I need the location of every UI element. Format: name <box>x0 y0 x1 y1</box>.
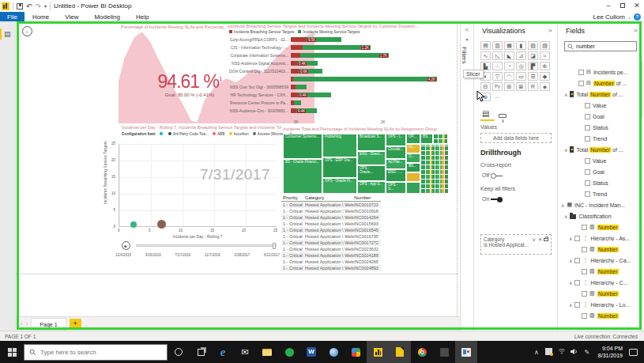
bar-row[interactable]: Corp Acctng/FP&A CORP1 - 02...9.5K <box>228 36 449 43</box>
table-row[interactable]: 1 - CriticalHosted Application \ Website… <box>281 208 381 214</box>
bar-row[interactable]: CIS - Information Technology - ...1.2K <box>228 43 449 51</box>
expand-filters-icon[interactable]: < <box>461 27 473 32</box>
green-circle-app-icon[interactable] <box>278 341 300 363</box>
table-header[interactable]: Priority Category Number <box>281 195 381 202</box>
treemap-tile[interactable]: Broadcast S... <box>357 134 386 151</box>
table-row[interactable]: 1 - CriticalHosted Application \ Website… <box>281 214 381 221</box>
checkbox[interactable] <box>585 114 590 119</box>
table-row[interactable]: 1 - CriticalHosted Application \ Website… <box>281 259 381 265</box>
keep-all-filters-toggle[interactable]: On <box>482 196 503 202</box>
treemap-tile[interactable]: Publishing <box>322 134 357 157</box>
prev-page-icon[interactable]: ‹ <box>21 320 23 327</box>
field-item[interactable]: Trend <box>558 133 640 144</box>
field-item[interactable]: ▥Number <box>558 221 640 233</box>
checkbox[interactable] <box>585 191 590 197</box>
fields-search-input[interactable] <box>576 43 631 49</box>
bar-row[interactable]: Resource Center Procure to Pa... <box>228 99 449 107</box>
checkbox[interactable] <box>574 236 580 241</box>
checkbox[interactable] <box>585 103 590 108</box>
viz-python-icon[interactable]: Py <box>492 82 503 91</box>
field-item[interactable]: Goal <box>558 166 640 177</box>
hierarchy-group[interactable]: ∧⋮Hierarchy - As... <box>558 233 640 244</box>
drillthrough-filter-card[interactable]: Category ∨ ✕ is Hosted Applicat... <box>480 234 552 255</box>
file-explorer-icon[interactable] <box>256 341 278 363</box>
bar-row[interactable]: Corporate Information Systems...1.7K <box>228 51 449 59</box>
checkbox[interactable] <box>585 136 590 142</box>
table-row[interactable]: 1 - CriticalHosted Application \ Website… <box>281 221 381 227</box>
report-view-icon[interactable]: ▤ <box>4 30 11 38</box>
treemap-tile[interactable]: OPS - ERP Ora... <box>322 157 357 178</box>
save-icon[interactable] <box>17 3 23 9</box>
viz-map-icon[interactable]: ⊕ <box>540 62 550 70</box>
hierarchy-group[interactable]: ∧⋮Hierarchy - Lo... <box>558 299 640 310</box>
fields-scrollbar[interactable] <box>640 62 642 331</box>
viz-card-icon[interactable]: ▭ <box>516 72 526 81</box>
hidden-icons-chevron[interactable]: ∧ <box>530 349 543 356</box>
viz-donut-icon[interactable]: ◎ <box>516 62 526 70</box>
collapse-pane-icon[interactable]: > <box>548 27 552 34</box>
tray-notification-icon[interactable] <box>543 348 555 357</box>
pen-input-icon[interactable]: ✎ <box>581 349 593 356</box>
task-view-icon[interactable] <box>190 341 212 363</box>
collapse-icon[interactable]: ∧ <box>569 236 572 241</box>
scatter-chart-visual[interactable]: Incidents per Day - Rolling 7, Incidents… <box>103 125 283 270</box>
treemap-tile[interactable]: OPS - App S... <box>357 181 386 194</box>
report-canvas[interactable]: ← Percentage of Incidents Meeting SLAs a… <box>16 22 460 331</box>
hierarchy-group[interactable]: ∧⋮Hierarchy - C... <box>558 277 640 288</box>
treemap-tile[interactable]: Ad Plat... <box>386 159 406 169</box>
menu-view[interactable]: View <box>57 12 86 21</box>
new-page-button[interactable]: + <box>70 319 81 329</box>
hierarchy-group[interactable]: ∧⋮Hierarchy - Ca... <box>558 255 640 266</box>
format-paint-roller-icon[interactable] <box>499 114 507 118</box>
start-button[interactable] <box>0 341 24 363</box>
viz-scatter-icon[interactable]: ∴ <box>492 62 503 70</box>
legend-item[interactable] <box>160 132 164 136</box>
fields-search-box[interactable] <box>564 41 637 51</box>
viz-clustered-bar-icon[interactable]: ▦ <box>504 41 514 50</box>
treemap-tile[interactable]: Circulat... <box>386 146 406 159</box>
play-button[interactable]: ▶ <box>122 241 130 250</box>
checkbox[interactable] <box>585 158 590 164</box>
treemap-tile[interactable]: O... <box>406 153 420 163</box>
signed-in-user[interactable]: Lee Cullom <box>593 13 625 21</box>
field-group[interactable]: ∧Total Number of ... <box>558 89 640 100</box>
viz-matrix-icon[interactable]: ⊠ <box>516 82 526 91</box>
viz-stacked-area-icon[interactable]: ◣ <box>504 51 514 60</box>
screen-capture-app-icon[interactable] <box>455 341 477 363</box>
faded-app-icon[interactable] <box>433 341 455 363</box>
scrollbar-thumb[interactable] <box>640 62 642 117</box>
filter-expand-icon[interactable]: ∨ <box>533 236 536 242</box>
restore-button[interactable] <box>616 0 630 12</box>
field-item[interactable]: ▥Number <box>558 244 640 255</box>
checkbox[interactable] <box>585 169 590 175</box>
collapse-icon[interactable]: ∧ <box>564 147 567 153</box>
viz-multirow-card-icon[interactable]: ☰ <box>528 72 538 81</box>
edge-icon[interactable]: e <box>212 341 234 363</box>
bar-chart-visual[interactable]: Incidents Breaching Service Targets and … <box>228 24 449 125</box>
column-header[interactable]: Number <box>354 195 379 200</box>
mail-icon[interactable]: ✉ <box>234 341 256 363</box>
treemap-visual[interactable]: Incidents Total and Percentage of Incide… <box>283 127 450 196</box>
column-header[interactable]: Category <box>305 195 354 200</box>
field-item[interactable]: ▥Number <box>558 310 640 321</box>
menu-help[interactable]: Help <box>128 12 156 21</box>
field-item[interactable]: ⊟Incidents pe... <box>558 66 640 78</box>
help-icon[interactable]: ? <box>634 13 641 21</box>
legend-item[interactable]: Accellion <box>229 132 249 136</box>
word-icon[interactable]: W <box>300 341 322 363</box>
viz-funnel-icon[interactable]: ▽ <box>492 72 503 81</box>
field-item[interactable]: ⊟Number of ... <box>558 78 640 89</box>
power-bi-desktop-taskbar-icon[interactable] <box>367 341 389 363</box>
viz-line-clustered-column-icon[interactable]: ◪ <box>528 51 538 60</box>
undo-icon[interactable]: ↶ <box>26 2 32 10</box>
menu-modeling[interactable]: Modeling <box>86 12 127 21</box>
treemap-tile[interactable]: OPS - Oracle Fi... <box>322 178 357 194</box>
viz-line-icon[interactable]: ∿ <box>480 51 491 60</box>
field-well-dropzone[interactable]: Add data fields here <box>480 133 552 143</box>
checkbox[interactable] <box>582 269 587 274</box>
checkbox[interactable] <box>574 302 580 308</box>
table-row[interactable]: 1 - CriticalHosted Application \ Website… <box>281 252 381 259</box>
bar-row[interactable]: DGN Content Dig - 3110510463...0.6K <box>228 67 449 75</box>
checkbox[interactable] <box>582 291 587 297</box>
collapse-fields-pane-icon[interactable]: > <box>634 27 638 34</box>
